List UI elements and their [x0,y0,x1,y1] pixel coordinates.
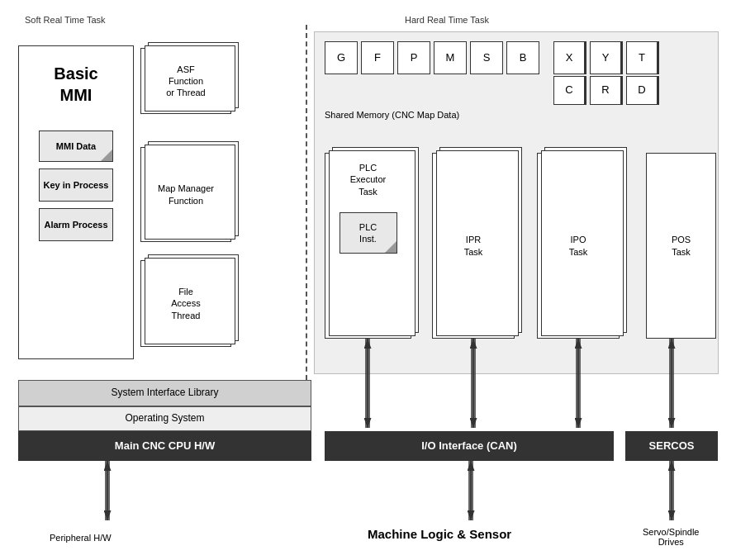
plc-inst-box: PLC Inst. [340,212,397,254]
io-interface-label: I/O Interface (CAN) [421,439,517,453]
plc-executor-label: PLC Executor Task [350,162,386,197]
plc-inst-label: PLC Inst. [359,221,377,245]
pos-task-label: POS Task [672,234,691,258]
system-interface-library-box: System Interface Library [18,380,311,406]
shared-mem-b: B [506,41,539,74]
key-in-process-label: Key in Process [44,179,109,191]
shared-mem-s: S [470,41,503,74]
file-access-thread-box: File Access Thread [140,260,231,347]
shared-mem-g: G [325,41,358,74]
plc-executor-box: PLC Executor Task PLC Inst. [325,153,411,339]
mmi-data-box: MMI Data [39,131,113,162]
shared-mem-r: R [590,76,623,105]
asf-function-label: ASF Function or Thread [166,64,206,99]
mmi-data-label: MMI Data [56,140,96,152]
shared-mem-c: C [553,76,586,105]
basic-mmi-box: Basic MMI MMI Data Key in Process Alarm … [18,45,134,359]
ipo-task-label: IPO Task [569,234,588,258]
alarm-process-box: Alarm Process [39,208,113,241]
file-access-thread-label: File Access Thread [171,286,200,321]
shared-memory-label: Shared Memory (CNC Map Data) [325,110,459,120]
diagram: Soft Real Time Task Hard Real Time Task … [0,0,736,560]
hard-real-time-label: Hard Real Time Task [405,15,489,25]
servo-spindle-drives-label: Servo/Spindle Drives [643,527,700,547]
operating-system-box: Operating System [18,406,311,431]
peripheral-hw-label: Peripheral H/W [50,533,112,543]
shared-mem-f: F [361,41,394,74]
ipo-task-box: IPO Task [537,153,620,339]
shared-mem-m: M [434,41,467,74]
shared-mem-t: T [626,41,659,74]
basic-mmi-label: Basic MMI [27,63,125,106]
pos-task-box: POS Task [646,153,716,339]
ipr-task-label: IPR Task [464,234,483,258]
main-cnc-cpu-label: Main CNC CPU H/W [115,439,215,453]
ipr-task-box: IPR Task [432,153,515,339]
key-in-process-box: Key in Process [39,168,113,202]
system-interface-library-label: System Interface Library [111,387,218,400]
operating-system-label: Operating System [125,412,204,425]
io-interface-box: I/O Interface (CAN) [325,431,614,461]
map-manager-function-box: Map Manager Function [140,147,231,242]
shared-mem-y: Y [590,41,623,74]
alarm-process-label: Alarm Process [44,219,107,230]
shared-mem-x: X [553,41,586,74]
machine-logic-sensor-label: Machine Logic & Sensor [368,527,511,541]
shared-mem-p: P [397,41,430,74]
soft-real-time-label: Soft Real Time Task [25,15,106,25]
main-cnc-cpu-box: Main CNC CPU H/W [18,431,311,461]
asf-function-box: ASF Function or Thread [140,48,231,114]
shared-mem-d: D [626,76,659,105]
sercos-box: SERCOS [625,431,718,461]
sercos-label: SERCOS [649,439,695,453]
map-manager-function-label: Map Manager Function [141,183,230,206]
separator [306,25,307,388]
